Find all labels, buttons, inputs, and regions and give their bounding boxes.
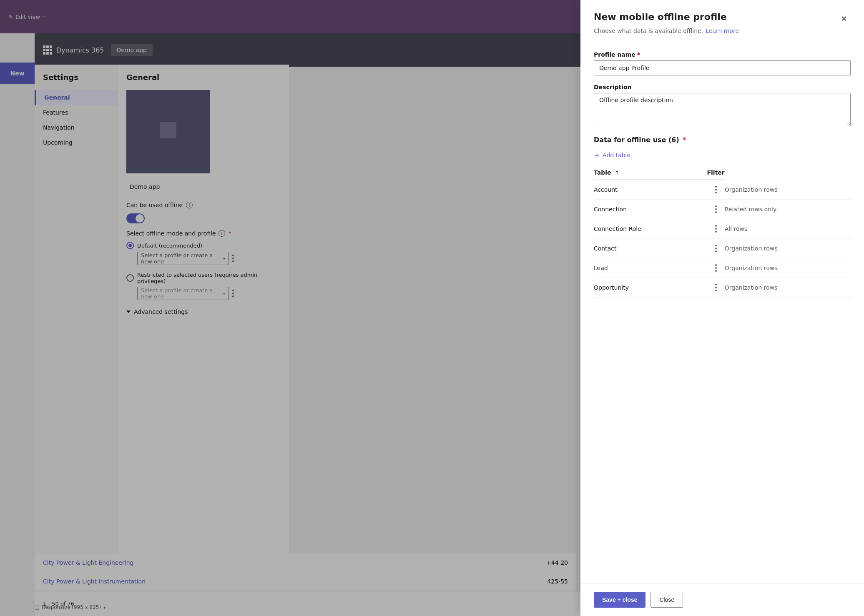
row-dots-menu[interactable] bbox=[707, 225, 725, 233]
description-field-group: Description Offline profile description bbox=[594, 84, 851, 128]
modal-panel: New mobile offline profile ✕ Choose what… bbox=[580, 0, 864, 616]
row-dots-menu[interactable] bbox=[707, 284, 725, 291]
description-label: Description bbox=[594, 84, 851, 90]
table-cell-filter: Organization rows bbox=[725, 258, 851, 278]
profile-name-required: * bbox=[637, 51, 640, 58]
table-cell-name: Connection bbox=[594, 200, 707, 219]
profile-name-label: Profile name * bbox=[594, 51, 851, 58]
add-table-label: Add table bbox=[603, 152, 630, 158]
save-close-button[interactable]: Save + close bbox=[594, 592, 645, 608]
table-cell-filter: Organization rows bbox=[725, 180, 851, 200]
modal-body: Profile name * Description Offline profi… bbox=[580, 41, 864, 583]
modal-footer: Save + close Close bbox=[580, 583, 864, 616]
data-section-required: * bbox=[683, 136, 686, 144]
table-col-header-name[interactable]: Table ↑ bbox=[594, 166, 707, 180]
add-table-button[interactable]: + Add table bbox=[594, 150, 851, 159]
table-cell-filter: Organization rows bbox=[725, 278, 851, 298]
plus-icon: + bbox=[594, 150, 600, 159]
data-section-header: Data for offline use (6) * bbox=[594, 136, 851, 144]
modal-title-row: New mobile offline profile ✕ bbox=[594, 12, 851, 25]
table-col-header-filter: Filter bbox=[707, 166, 725, 180]
profile-name-field-group: Profile name * bbox=[594, 51, 851, 75]
table-cell-dots[interactable] bbox=[707, 239, 725, 258]
table-cell-dots[interactable] bbox=[707, 278, 725, 298]
row-dots-menu[interactable] bbox=[707, 264, 725, 272]
table-cell-dots[interactable] bbox=[707, 180, 725, 200]
row-dots-menu[interactable] bbox=[707, 205, 725, 213]
table-cell-name: Opportunity bbox=[594, 278, 707, 298]
data-section-label: Data for offline use (6) bbox=[594, 136, 679, 144]
table-row: Contact Organization rows bbox=[594, 239, 851, 258]
table-cell-filter: All rows bbox=[725, 219, 851, 239]
table-row: Account Organization rows bbox=[594, 180, 851, 200]
table-cell-name: Lead bbox=[594, 258, 707, 278]
table-row: Connection Role All rows bbox=[594, 219, 851, 239]
table-row: Opportunity Organization rows bbox=[594, 278, 851, 298]
close-icon: ✕ bbox=[841, 14, 847, 23]
close-button[interactable]: Close bbox=[651, 592, 683, 608]
table-cell-name: Account bbox=[594, 180, 707, 200]
table-cell-name: Contact bbox=[594, 239, 707, 258]
row-dots-menu[interactable] bbox=[707, 245, 725, 252]
table-row: Lead Organization rows bbox=[594, 258, 851, 278]
modal-close-button[interactable]: ✕ bbox=[837, 12, 851, 25]
sort-icon: ↑ bbox=[615, 170, 619, 176]
table-row: Connection Related rows only bbox=[594, 200, 851, 219]
table-cell-dots[interactable] bbox=[707, 219, 725, 239]
learn-more-link[interactable]: Learn more bbox=[706, 28, 739, 34]
modal-subtitle-text: Choose what data is available offline. bbox=[594, 28, 703, 34]
profile-name-input[interactable] bbox=[594, 60, 851, 75]
modal-subtitle: Choose what data is available offline. L… bbox=[594, 28, 851, 34]
table-cell-name: Connection Role bbox=[594, 219, 707, 239]
table-cell-filter: Organization rows bbox=[725, 239, 851, 258]
table-cell-dots[interactable] bbox=[707, 200, 725, 219]
description-textarea[interactable]: Offline profile description bbox=[594, 93, 851, 126]
modal-header: New mobile offline profile ✕ Choose what… bbox=[580, 0, 864, 41]
row-dots-menu[interactable] bbox=[707, 186, 725, 193]
data-table: Table ↑ Filter Account Organization bbox=[594, 166, 851, 298]
table-cell-dots[interactable] bbox=[707, 258, 725, 278]
modal-title: New mobile offline profile bbox=[594, 12, 727, 22]
table-cell-filter: Related rows only bbox=[725, 200, 851, 219]
